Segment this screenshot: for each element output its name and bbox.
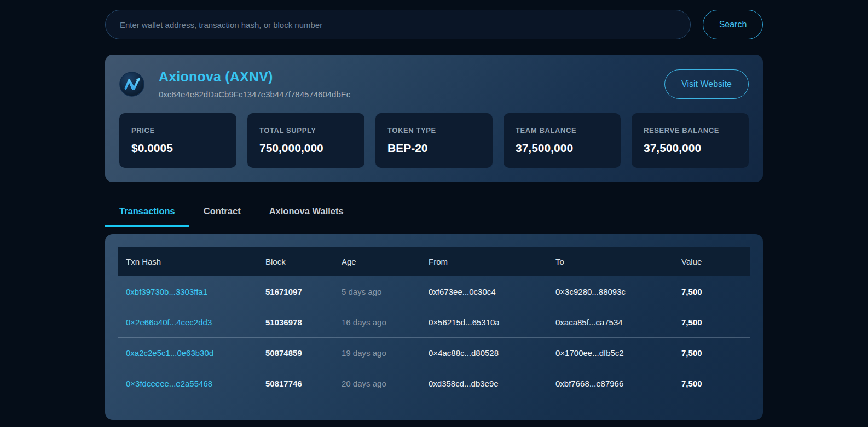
block-number: 50817746 [258,379,334,388]
age-text: 20 days ago [334,379,421,388]
txn-hash-link[interactable]: 0×3fdceeee...e2a55468 [118,379,258,388]
column-header-from: From [421,257,548,266]
txn-hash-link[interactable]: 0xbf39730b...3303ffa1 [118,287,258,296]
search-bar: Search [105,10,763,39]
token-stats-row: PRICE $0.0005 TOTAL SUPPLY 750,000,000 T… [119,113,749,168]
column-header-value: Value [674,257,750,266]
stat-card-price: PRICE $0.0005 [119,113,236,168]
stat-value: 750,000,000 [259,142,352,155]
value-amount: 7,500 [674,318,750,327]
to-address: 0×3c9280...88093c [548,287,674,296]
stat-card-reserve-balance: RESERVE BALANCE 37,500,000 [632,113,749,168]
to-address: 0xbf7668...e87966 [548,379,674,388]
tab-transactions[interactable]: Transactions [105,204,189,226]
from-address: 0xd358cd...db3e9e [421,379,548,388]
age-text: 19 days ago [334,348,421,358]
value-amount: 7,500 [674,379,750,388]
block-number: 51671097 [258,287,334,296]
stat-label: PRICE [131,126,224,134]
value-amount: 7,500 [674,287,750,296]
stat-label: RESERVE BALANCE [644,126,737,134]
txn-hash-link[interactable]: 0×2e66a40f...4cec2dd3 [118,318,258,327]
search-button[interactable]: Search [703,10,763,39]
stat-value: $0.0005 [131,142,224,155]
from-address: 0×56215d...65310a [421,318,548,327]
tab-axionova-wallets[interactable]: Axionova Wallets [255,204,358,226]
tab-contract[interactable]: Contract [189,204,255,226]
token-title-block: Axionova (AXNV) 0xc64e4e82dDaCb9Fc1347e3… [159,69,350,99]
column-header-age: Age [334,257,421,266]
stat-card-team-balance: TEAM BALANCE 37,500,000 [504,113,621,168]
search-input[interactable] [105,10,691,39]
stat-card-total-supply: TOTAL SUPPLY 750,000,000 [247,113,364,168]
token-explorer-page: Search [105,0,763,420]
txn-hash-link[interactable]: 0xa2c2e5c1...0e63b30d [118,348,258,358]
value-amount: 7,500 [674,348,750,358]
table-row: 0×2e66a40f...4cec2dd3 51036978 16 days a… [118,307,750,337]
stat-label: TOKEN TYPE [387,126,481,134]
table-row: 0xbf39730b...3303ffa1 51671097 5 days ag… [118,276,750,307]
stat-label: TOTAL SUPPLY [259,126,352,134]
stat-card-token-type: TOKEN TYPE BEP-20 [375,113,493,168]
token-logo-icon [119,72,144,97]
stat-value: 37,500,000 [516,142,609,155]
table-row: 0×3fdceeee...e2a55468 50817746 20 days a… [118,368,750,399]
transactions-card: Txn Hash Block Age From To Value 0xbf397… [105,234,763,420]
age-text: 5 days ago [334,287,421,296]
stat-value: 37,500,000 [644,142,737,155]
token-overview-card: Axionova (AXNV) 0xc64e4e82dDaCb9Fc1347e3… [105,55,763,182]
table-row: 0xa2c2e5c1...0e63b30d 50874859 19 days a… [118,337,750,368]
column-header-txn-hash: Txn Hash [118,257,258,266]
column-header-to: To [548,257,674,266]
from-address: 0×4ac88c...d80528 [421,348,548,358]
transactions-table-header: Txn Hash Block Age From To Value [118,247,750,276]
from-address: 0xf673ee...0c30c4 [421,287,548,296]
stat-value: BEP-20 [387,142,481,155]
stat-label: TEAM BALANCE [516,126,609,134]
age-text: 16 days ago [334,318,421,327]
column-header-block: Block [258,257,334,266]
tab-bar: Transactions Contract Axionova Wallets [105,204,763,226]
block-number: 50874859 [258,348,334,358]
token-contract-address: 0xc64e4e82dDaCb9Fc1347e3b447f784574604db… [159,90,350,99]
block-number: 51036978 [258,318,334,327]
visit-website-button[interactable]: Visit Website [664,69,749,99]
to-address: 0×1700ee...dfb5c2 [548,348,674,358]
token-header: Axionova (AXNV) 0xc64e4e82dDaCb9Fc1347e3… [119,69,749,99]
token-name: Axionova (AXNV) [159,69,350,85]
to-address: 0xaca85f...ca7534 [548,318,674,327]
